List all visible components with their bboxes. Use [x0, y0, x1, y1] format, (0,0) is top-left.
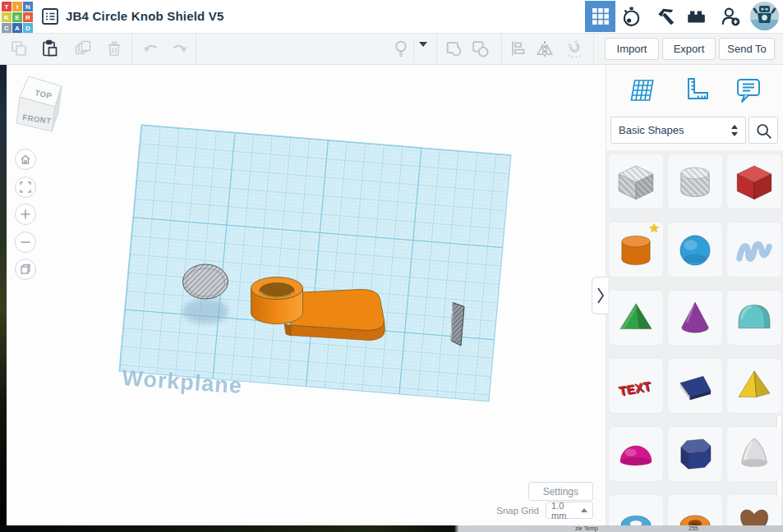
- snap-grid-control: Snap Grid 1.0 mm: [496, 502, 593, 519]
- design-title[interactable]: JB4 Circle Knob Shield V5: [66, 9, 224, 23]
- home-view-button[interactable]: [15, 149, 36, 170]
- export-button[interactable]: Export: [662, 38, 716, 60]
- shape-tile-round-roof[interactable]: [727, 291, 781, 345]
- shapes-panel: Basic Shapes: [606, 64, 783, 525]
- panel-collapse-tab[interactable]: [592, 277, 608, 314]
- shape-tile-pyramid[interactable]: [727, 359, 781, 413]
- logo-letter-tile: A: [12, 23, 22, 33]
- shape-tile-half-sphere[interactable]: [609, 427, 663, 481]
- shape-tile-cylinder[interactable]: ★: [609, 222, 663, 277]
- brick-icon[interactable]: [685, 6, 707, 27]
- shape-category-select[interactable]: Basic Shapes: [610, 117, 746, 144]
- workplane[interactable]: [119, 125, 511, 401]
- mirror-flip-icon[interactable]: [534, 38, 555, 59]
- tinkercad-app-window: TINKERCAD JB4 Circle Knob Shield V5: [0, 0, 783, 532]
- redo-icon[interactable]: [168, 38, 190, 59]
- pickaxe-icon[interactable]: [655, 6, 676, 27]
- shape-tile-wedge[interactable]: [668, 359, 722, 413]
- shape-tile-scribble[interactable]: [727, 222, 781, 277]
- fit-view-icon: [20, 181, 31, 193]
- toolbar-separator: [501, 34, 502, 64]
- stopwatch-icon[interactable]: [620, 6, 642, 27]
- design-properties-icon[interactable]: [41, 7, 59, 25]
- cone-thumbnail: [671, 294, 719, 342]
- half-sphere-thumbnail: [612, 430, 660, 478]
- object-orange-ring[interactable]: [251, 277, 303, 324]
- import-button-label: Import: [617, 43, 647, 55]
- snap-grid-value: 1.0 mm: [551, 501, 581, 521]
- ruler-tool-icon[interactable]: [679, 76, 711, 107]
- duplicate-icon[interactable]: [72, 38, 94, 59]
- box-thumbnail: [730, 158, 778, 205]
- paraboloid-thumbnail: [730, 430, 778, 478]
- view-cube[interactable]: TOP FRONT: [8, 70, 78, 140]
- delete-icon[interactable]: [104, 38, 125, 59]
- ungroup-icon[interactable]: [469, 38, 491, 59]
- import-button[interactable]: Import: [605, 38, 659, 60]
- shape-tile-heart[interactable]: [727, 495, 781, 525]
- scribble-thumbnail: [730, 226, 778, 273]
- roof-thumbnail: [612, 294, 660, 342]
- send-to-button-label: Send To: [727, 43, 766, 55]
- invite-collaborator-icon[interactable]: [720, 6, 741, 27]
- home-icon: [20, 154, 31, 165]
- snap-grid-select[interactable]: 1.0 mm: [546, 502, 593, 519]
- shape-tile-paraboloid[interactable]: [727, 427, 781, 481]
- pyramid-thumbnail: [730, 362, 778, 410]
- chevron-right-icon: [595, 282, 606, 310]
- robot-avatar-image: [750, 2, 779, 30]
- logo-letter-tile: C: [2, 23, 12, 33]
- show-all-lightbulb-icon[interactable]: [390, 38, 412, 59]
- favorite-star-icon[interactable]: ★: [649, 221, 660, 236]
- settings-button[interactable]: Settings: [528, 482, 593, 501]
- logo-letter-tile: D: [23, 23, 33, 33]
- shape-tile-tube[interactable]: [668, 495, 722, 525]
- group-icon[interactable]: [443, 38, 464, 59]
- background-window-temp-label: zle Temp: [575, 525, 598, 532]
- workplane-tool-icon[interactable]: [626, 76, 657, 107]
- plus-icon: [20, 209, 31, 220]
- 3d-viewport[interactable]: Workplane: [7, 64, 606, 525]
- shape-tile-box[interactable]: [727, 154, 781, 209]
- text-thumbnail: TEXT TEXT: [612, 362, 660, 410]
- shape-tile-box-hole[interactable]: [609, 154, 663, 209]
- shape-tile-sphere[interactable]: [668, 222, 722, 277]
- dashboard-grid-button[interactable]: [585, 1, 615, 32]
- send-to-button[interactable]: Send To: [719, 38, 775, 60]
- lightbulb-dropdown-caret[interactable]: [419, 47, 427, 62]
- cylinder-hole-thumbnail: [671, 158, 719, 205]
- object-hole-disk[interactable]: [183, 264, 228, 299]
- shape-search-button[interactable]: [748, 117, 778, 144]
- paste-icon[interactable]: [39, 38, 60, 59]
- toolbar-separator: [436, 34, 437, 64]
- zoom-in-button[interactable]: [15, 204, 36, 225]
- notes-tool-icon[interactable]: [733, 76, 764, 107]
- logo-letter-tile: K: [2, 12, 12, 22]
- settings-button-label: Settings: [543, 486, 578, 498]
- tinkercad-logo[interactable]: TINKERCAD: [1, 1, 35, 34]
- shape-tile-cone[interactable]: [668, 291, 722, 345]
- magnet-snap-icon[interactable]: [564, 38, 586, 59]
- logo-letter-tile: N: [23, 2, 33, 11]
- user-avatar[interactable]: [750, 2, 779, 30]
- fit-view-button[interactable]: [15, 177, 36, 198]
- minus-icon: [20, 236, 31, 248]
- copy-icon[interactable]: [8, 38, 30, 59]
- shape-tile-cylinder-hole[interactable]: [668, 154, 722, 209]
- perspective-toggle-button[interactable]: [15, 259, 36, 280]
- zoom-out-button[interactable]: [15, 232, 36, 253]
- heart-thumbnail: [730, 498, 778, 525]
- scene[interactable]: Workplane: [7, 64, 606, 525]
- shape-tile-torus[interactable]: [609, 495, 663, 525]
- shape-tile-roof[interactable]: [609, 291, 663, 345]
- object-shadow: [182, 299, 228, 324]
- align-icon[interactable]: [507, 38, 528, 59]
- toolbar-separator: [413, 39, 414, 60]
- shape-tile-text[interactable]: TEXT TEXT: [609, 359, 663, 413]
- desktop-background-strip-bottom: zle Temp 255: [0, 525, 783, 532]
- background-window-temp-value: 255: [689, 525, 698, 532]
- torus-thumbnail: [612, 498, 660, 525]
- shape-tile-polygon[interactable]: [668, 427, 722, 481]
- undo-icon[interactable]: [140, 38, 162, 59]
- desktop-background-strip-left: [0, 64, 7, 532]
